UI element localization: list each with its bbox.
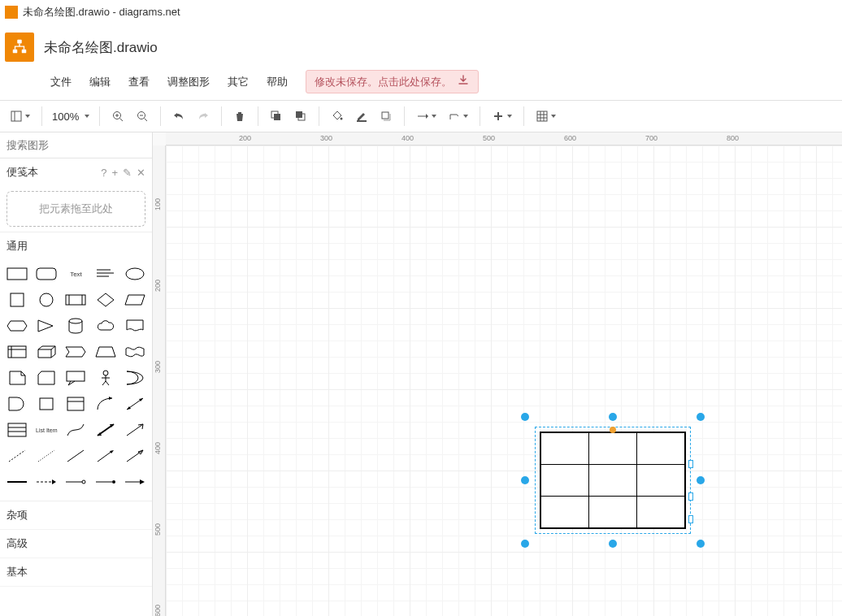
to-back-button[interactable] <box>289 105 312 128</box>
shape-trapezoid[interactable] <box>93 341 118 362</box>
edit-icon[interactable]: ✎ <box>123 167 132 179</box>
shape-cube[interactable] <box>34 341 59 362</box>
menu-format[interactable]: 调整图形 <box>159 72 218 93</box>
category-misc[interactable]: 杂项 <box>0 501 152 530</box>
undo-button[interactable] <box>167 105 190 128</box>
svg-line-60 <box>38 450 54 462</box>
shape-arrow-dash[interactable] <box>34 471 59 492</box>
document-title[interactable]: 未命名绘图.drawio <box>44 38 158 57</box>
shape-line[interactable] <box>63 445 88 466</box>
menu-file[interactable]: 文件 <box>42 72 80 93</box>
shape-container[interactable] <box>63 393 88 414</box>
to-front-button[interactable] <box>265 105 288 128</box>
scratchpad-drop-hint[interactable]: 把元素拖至此处 <box>7 191 145 227</box>
shape-hexagon[interactable] <box>5 315 29 336</box>
shape-cloud[interactable] <box>93 315 118 336</box>
shape-square[interactable] <box>5 289 29 310</box>
shape-arrow-thin[interactable] <box>93 445 118 466</box>
selection-handle-s[interactable] <box>609 540 617 548</box>
shape-connector-2[interactable] <box>93 471 118 492</box>
shape-and[interactable] <box>5 393 29 414</box>
add-icon[interactable]: + <box>111 167 118 179</box>
connection-button[interactable] <box>411 105 441 128</box>
shape-connector-1[interactable] <box>63 471 88 492</box>
shape-actor[interactable] <box>93 367 118 388</box>
search-icon[interactable] <box>146 134 153 156</box>
selection-handle-e[interactable] <box>697 476 705 484</box>
shape-list-item[interactable]: List Item <box>34 419 59 440</box>
menu-view[interactable]: 查看 <box>120 72 158 93</box>
menu-edit[interactable]: 编辑 <box>81 72 119 93</box>
ruler-tick: 200 <box>154 280 162 292</box>
shape-text[interactable]: Text <box>63 263 88 284</box>
shape-dashed-line[interactable] <box>5 445 29 466</box>
zoom-in-button[interactable] <box>106 105 129 128</box>
shape-rounded-rect[interactable] <box>34 263 59 284</box>
section-general[interactable]: 通用 <box>0 232 152 260</box>
selection-handle-w[interactable] <box>521 476 529 484</box>
shape-curve[interactable] <box>63 419 88 440</box>
scratchpad-title[interactable]: 便笺本 <box>7 165 38 180</box>
table-button[interactable] <box>531 105 561 128</box>
close-icon[interactable]: ✕ <box>137 167 145 179</box>
shape-or[interactable] <box>123 367 147 388</box>
shape-connector-3[interactable] <box>123 471 147 492</box>
selection-handle-sw[interactable] <box>521 540 529 548</box>
shape-dotted-line[interactable] <box>34 445 59 466</box>
shape-document[interactable] <box>123 315 147 336</box>
row-handle[interactable] <box>688 492 693 501</box>
waypoints-button[interactable] <box>443 105 473 128</box>
shape-arrow-curve[interactable] <box>93 393 118 414</box>
row-handle[interactable] <box>688 460 693 468</box>
row-handle[interactable] <box>688 515 693 523</box>
shape-link[interactable] <box>123 445 147 466</box>
zoom-out-button[interactable] <box>131 105 154 128</box>
selection-handle-se[interactable] <box>697 540 705 548</box>
help-icon[interactable]: ? <box>101 167 106 179</box>
selection-handle-nw[interactable] <box>521 413 529 421</box>
shape-ellipse[interactable] <box>123 263 147 284</box>
shape-internal-storage[interactable] <box>5 341 29 362</box>
shape-tape[interactable] <box>123 341 147 362</box>
category-advanced[interactable]: 高级 <box>0 530 152 558</box>
shape-data-storage[interactable] <box>34 393 59 414</box>
separator <box>221 106 222 126</box>
menu-other[interactable]: 其它 <box>219 72 257 93</box>
shape-rectangle[interactable] <box>5 263 29 284</box>
shape-solid-line-h[interactable] <box>5 471 29 492</box>
shape-list[interactable] <box>5 419 29 440</box>
shape-arrow-open[interactable] <box>123 419 147 440</box>
menu-help[interactable]: 帮助 <box>258 72 296 93</box>
shape-card[interactable] <box>34 367 59 388</box>
rotation-handle[interactable] <box>610 427 616 433</box>
save-banner[interactable]: 修改未保存。点击此处保存。 <box>306 70 479 93</box>
shape-bidirectional-arrow[interactable] <box>123 393 147 414</box>
svg-line-62 <box>98 451 112 462</box>
shape-step[interactable] <box>63 341 88 362</box>
canvas[interactable] <box>166 145 842 616</box>
shape-circle[interactable] <box>34 289 59 310</box>
shape-textbox[interactable] <box>93 263 118 284</box>
shape-diamond[interactable] <box>93 289 118 310</box>
shape-triangle[interactable] <box>34 315 59 336</box>
app-logo[interactable] <box>5 33 34 62</box>
svg-line-10 <box>145 119 148 122</box>
shape-process[interactable] <box>63 289 88 310</box>
category-basic[interactable]: 基本 <box>0 558 152 587</box>
insert-button[interactable] <box>487 105 517 128</box>
shape-cylinder[interactable] <box>63 315 88 336</box>
selection-handle-ne[interactable] <box>697 413 705 421</box>
fill-color-button[interactable] <box>326 105 349 128</box>
search-input[interactable] <box>3 134 146 156</box>
redo-button[interactable] <box>192 105 215 128</box>
shape-callout[interactable] <box>63 367 88 388</box>
selection-handle-n[interactable] <box>609 413 617 421</box>
delete-button[interactable] <box>228 105 251 128</box>
zoom-control[interactable]: 100% <box>49 111 93 123</box>
shape-bidir-line[interactable] <box>93 419 118 440</box>
shape-note[interactable] <box>5 367 29 388</box>
page-view-button[interactable] <box>5 105 35 128</box>
shadow-button[interactable] <box>375 105 397 128</box>
line-color-button[interactable] <box>350 105 373 128</box>
shape-parallelogram[interactable] <box>123 289 147 310</box>
